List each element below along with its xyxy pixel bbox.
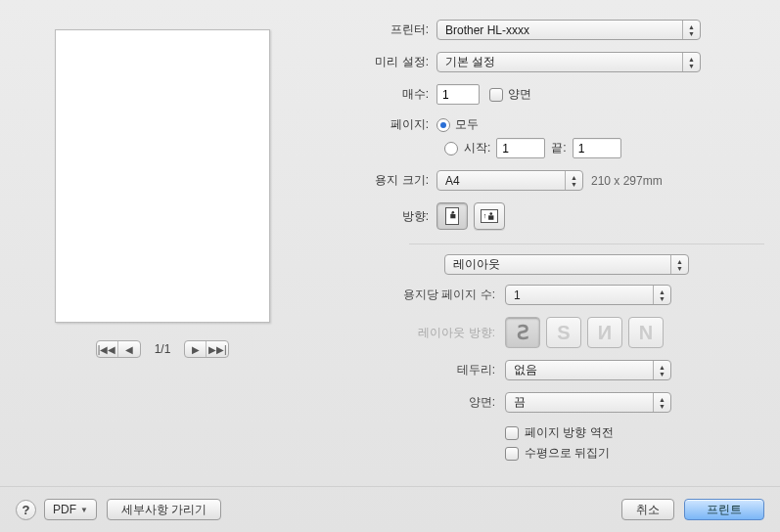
updown-icon: ▲▼ (682, 53, 700, 71)
paper-dimensions: 210 x 297mm (591, 174, 663, 188)
svg-point-1 (452, 211, 455, 214)
prev-page-button[interactable]: ◀ (118, 341, 140, 357)
pages-from-input[interactable] (496, 138, 545, 158)
printer-select[interactable]: Brother HL-xxxx ▲▼ (436, 20, 701, 40)
preset-select[interactable]: 기본 설정 ▲▼ (436, 52, 701, 72)
pdf-button[interactable]: PDF ▼ (44, 499, 97, 520)
pages-per-sheet-label: 용지당 페이지 수: (348, 287, 505, 303)
layout-direction-label: 레이아웃 방향: (348, 325, 505, 341)
pages-range-radio[interactable] (444, 142, 458, 155)
preview-pager: |◀◀ ◀ 1/1 ▶ ▶▶| (16, 340, 309, 358)
pager-back-group: |◀◀ ◀ (96, 340, 141, 358)
pages-all-radio[interactable] (436, 118, 450, 132)
border-label: 테두리: (348, 362, 505, 378)
pages-all-label: 모두 (455, 116, 479, 133)
layout-direction-group: Ƨ S И N (505, 317, 664, 348)
pages-to-label: 끝: (551, 140, 566, 156)
preset-label: 미리 설정: (348, 54, 436, 70)
svg-rect-5 (488, 215, 493, 219)
pages-from-label: 시작: (464, 140, 490, 156)
disclosure-icon: ▼ (80, 506, 88, 514)
reverse-orientation-label: 페이지 방향 역전 (525, 424, 614, 441)
updown-icon: ▲▼ (565, 171, 582, 190)
orientation-label: 방향: (348, 208, 436, 225)
page-counter: 1/1 (149, 342, 177, 356)
pages-per-sheet-select[interactable]: 1 ▲▼ (505, 285, 671, 305)
cancel-button[interactable]: 취소 (621, 499, 674, 520)
pages-per-sheet-value: 1 (514, 288, 521, 302)
paper-size-label: 용지 크기: (348, 172, 436, 189)
updown-icon: ▲▼ (653, 361, 670, 379)
last-page-button[interactable]: ▶▶| (206, 341, 228, 357)
duplex-label: 양면: (348, 394, 505, 411)
first-page-button[interactable]: |◀◀ (97, 341, 118, 357)
layout-dir-1[interactable]: Ƨ (505, 317, 540, 348)
duplex-value: 끔 (514, 394, 526, 411)
paper-size-value: A4 (445, 174, 460, 188)
pages-to-input[interactable] (573, 138, 621, 158)
svg-point-4 (489, 212, 492, 215)
updown-icon: ▲▼ (682, 21, 700, 39)
duplex-select[interactable]: 끔 ▲▼ (505, 392, 671, 413)
portrait-icon: ↑ (445, 207, 459, 225)
hide-details-button[interactable]: 세부사항 가리기 (107, 499, 221, 520)
svg-rect-2 (450, 214, 455, 218)
layout-dir-3[interactable]: И (587, 317, 622, 348)
updown-icon: ▲▼ (653, 393, 670, 412)
printer-label: 프린터: (348, 22, 436, 38)
portrait-button[interactable]: ↑ (436, 202, 468, 230)
layout-dir-4[interactable]: N (628, 317, 664, 348)
two-sided-label: 양면 (508, 86, 531, 103)
separator (409, 244, 764, 244)
two-sided-checkbox[interactable] (489, 88, 503, 102)
flip-horizontal-label: 수평으로 뒤집기 (525, 445, 610, 462)
border-select[interactable]: 없음 ▲▼ (505, 360, 671, 380)
layout-dir-2[interactable]: S (546, 317, 581, 348)
reverse-orientation-checkbox[interactable] (505, 426, 519, 440)
paper-size-select[interactable]: A4 ▲▼ (436, 170, 583, 191)
printer-value: Brother HL-xxxx (445, 23, 529, 37)
flip-horizontal-checkbox[interactable] (505, 447, 519, 461)
landscape-button[interactable]: ↑ (474, 202, 505, 230)
updown-icon: ▲▼ (670, 255, 688, 274)
orientation-group: ↑ ↑ (436, 202, 505, 230)
help-button[interactable]: ? (16, 500, 36, 520)
section-select[interactable]: 레이아웃 ▲▼ (444, 254, 689, 275)
pager-fwd-group: ▶ ▶▶| (184, 340, 229, 358)
next-page-button[interactable]: ▶ (185, 341, 206, 357)
page-preview (55, 29, 270, 323)
print-button[interactable]: 프린트 (684, 499, 764, 520)
landscape-icon: ↑ (481, 209, 498, 223)
copies-label: 매수: (348, 86, 436, 103)
svg-text:↑: ↑ (483, 212, 487, 220)
pdf-label: PDF (53, 503, 76, 516)
section-value: 레이아웃 (453, 256, 500, 273)
pages-label: 페이지: (348, 116, 436, 133)
settings-column: 프린터: Brother HL-xxxx ▲▼ 미리 설정: 기본 설정 ▲▼ … (348, 20, 764, 473)
preset-value: 기본 설정 (445, 54, 495, 70)
updown-icon: ▲▼ (653, 286, 670, 304)
border-value: 없음 (514, 362, 537, 378)
copies-input[interactable] (436, 84, 480, 105)
preview-column: |◀◀ ◀ 1/1 ▶ ▶▶| (16, 20, 309, 473)
footer: ? PDF ▼ 세부사항 가리기 취소 프린트 (0, 486, 780, 532)
